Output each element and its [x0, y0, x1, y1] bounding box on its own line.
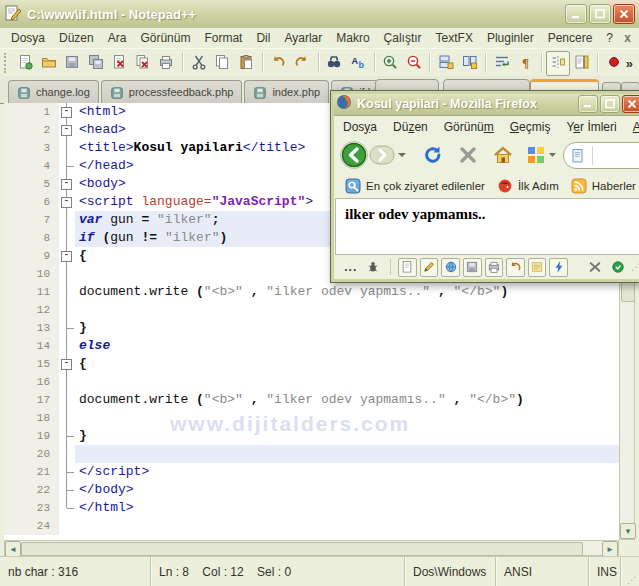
indent-guide-button[interactable] [546, 51, 570, 76]
npp-menu-item[interactable]: Format [197, 29, 249, 47]
fold-margin[interactable] [59, 391, 75, 409]
fold-margin[interactable] [59, 427, 75, 445]
reload-button[interactable] [423, 145, 443, 165]
fold-margin[interactable] [59, 265, 75, 283]
menubar-close-icon[interactable]: x [624, 31, 631, 45]
undo-button[interactable] [506, 258, 525, 277]
firefox-close-button[interactable] [622, 95, 639, 113]
fold-margin[interactable] [59, 445, 75, 463]
fold-collapse-icon[interactable]: - [61, 125, 72, 136]
fold-margin[interactable] [59, 229, 75, 247]
paste-button[interactable] [234, 51, 258, 76]
open-folder-button[interactable] [37, 51, 61, 76]
close-button[interactable] [108, 51, 132, 76]
record-macro-button[interactable] [602, 51, 626, 76]
sync-vertical-button[interactable] [434, 51, 458, 76]
tab-index.php[interactable]: index.php [244, 80, 329, 103]
find-button[interactable] [323, 51, 347, 76]
firefox-menu-item[interactable]: Geçmiş [502, 118, 559, 136]
globe-button[interactable] [441, 258, 460, 277]
edit-button[interactable] [420, 258, 439, 277]
word-wrap-button[interactable] [490, 51, 514, 76]
forward-button[interactable] [369, 144, 397, 166]
fold-margin[interactable] [59, 337, 75, 355]
fold-collapse-icon[interactable]: - [61, 107, 72, 118]
fold-collapse-icon[interactable]: - [61, 251, 72, 262]
firefox-menu-item[interactable]: Dosya [335, 118, 385, 136]
npp-resize-grip[interactable]: ⋰ [621, 557, 639, 586]
save-all-button[interactable] [84, 51, 108, 76]
sync-horizontal-button[interactable] [458, 51, 482, 76]
npp-menu-item[interactable]: Çalıştır [377, 29, 429, 47]
fold-margin[interactable] [59, 283, 75, 301]
fold-margin[interactable] [59, 481, 75, 499]
npp-menu-item[interactable]: Düzen [52, 29, 101, 47]
firebug-button[interactable] [364, 259, 384, 276]
status-eol-format[interactable]: Dos\Windows [405, 557, 496, 586]
fold-margin[interactable] [59, 211, 75, 229]
firefox-menu-item[interactable]: Araçlar [625, 118, 639, 136]
npp-close-button[interactable] [613, 4, 635, 24]
fold-margin[interactable]: - [59, 175, 75, 193]
tab-processfeedback.php[interactable]: processfeedback.php [101, 80, 243, 103]
scroll-down-arrow-icon[interactable]: ▼ [620, 523, 636, 539]
fold-margin[interactable] [59, 139, 75, 157]
npp-maximize-button[interactable] [589, 4, 611, 24]
npp-menu-item[interactable]: Görünüm [133, 29, 197, 47]
firefox-menu-item[interactable]: Yer İmleri [558, 118, 624, 136]
npp-menu-item[interactable]: Ayarlar [277, 29, 329, 47]
back-button[interactable] [339, 140, 369, 170]
fold-margin[interactable] [59, 373, 75, 391]
cut-button[interactable] [187, 51, 211, 76]
info-button[interactable] [608, 259, 628, 276]
npp-menu-item[interactable]: Makro [329, 29, 376, 47]
home-button[interactable] [493, 146, 513, 164]
new-file-button[interactable] [14, 51, 38, 76]
toolbar-grip[interactable] [4, 53, 10, 73]
status-insert-mode[interactable]: INS [589, 557, 621, 586]
show-all-chars-button[interactable]: ¶ [514, 51, 538, 76]
horizontal-scroll-thumb[interactable] [21, 542, 583, 556]
npp-menu-item[interactable]: Dil [249, 29, 277, 47]
npp-menu-item[interactable]: Pencere [541, 29, 600, 47]
npp-menu-item[interactable]: Dosya [4, 29, 52, 47]
npp-minimize-button[interactable] [565, 4, 587, 24]
fold-margin[interactable]: - [59, 193, 75, 211]
copy-button[interactable] [211, 51, 235, 76]
bookmark-getting-started[interactable]: İlk Adım [491, 176, 565, 196]
grid-dropdown[interactable] [548, 151, 557, 159]
note-button[interactable] [528, 258, 547, 277]
fold-collapse-icon[interactable]: - [61, 359, 72, 370]
tab-change.log[interactable]: change.log [8, 80, 99, 103]
fold-margin[interactable] [59, 463, 75, 481]
fold-margin[interactable] [59, 499, 75, 517]
ellipsis-button[interactable]: ... [341, 259, 361, 276]
firefox-maximize-button[interactable] [600, 95, 620, 113]
zoom-out-button[interactable] [402, 51, 426, 76]
tools-button[interactable] [585, 259, 605, 276]
save-button[interactable] [463, 258, 482, 277]
scroll-right-arrow-icon[interactable]: ► [602, 541, 618, 557]
new-doc-button[interactable] [398, 258, 417, 277]
fold-margin[interactable]: - [59, 355, 75, 373]
lightning-button[interactable] [549, 258, 568, 277]
toolbar-overflow-chevron[interactable]: » [626, 56, 633, 71]
firefox-menu-item[interactable]: Görünüm [436, 118, 502, 136]
fold-margin[interactable]: - [59, 247, 75, 265]
print-button[interactable] [485, 258, 504, 277]
save-button[interactable] [61, 51, 85, 76]
redo-button[interactable] [290, 51, 314, 76]
fold-margin[interactable] [59, 301, 75, 319]
horizontal-scrollbar[interactable]: ◄ ► [4, 540, 619, 556]
stop-button[interactable] [459, 146, 477, 164]
firefox-minimize-button[interactable] [578, 95, 598, 113]
bookmark-most-visited[interactable]: En çok ziyaret edilenler [339, 176, 491, 196]
firefox-resize-grip[interactable]: ⋰ [631, 262, 639, 272]
status-encoding[interactable]: ANSI [496, 557, 589, 586]
zoom-in-button[interactable] [378, 51, 402, 76]
bookmark-rss[interactable]: Haberler [565, 176, 639, 196]
npp-menu-item[interactable]: Ara [101, 29, 134, 47]
fold-collapse-icon[interactable]: - [61, 179, 72, 190]
fold-margin[interactable]: - [59, 103, 75, 121]
quick-launch-grid-button[interactable] [527, 146, 545, 164]
